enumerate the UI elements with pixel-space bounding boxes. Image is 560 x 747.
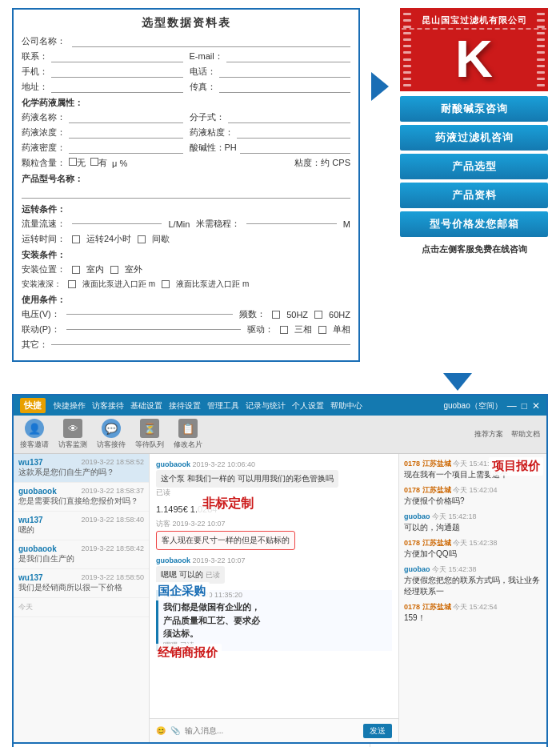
arrow-right-container [370, 72, 390, 101]
sub-icon-right: 推荐方案 帮助文档 [474, 429, 540, 440]
contact-email-row: 联系： E-mail： [22, 50, 350, 62]
phone-label: 手机： [22, 66, 48, 78]
menu-btn-0[interactable]: 耐酸碱泵咨询 [400, 96, 548, 122]
menu-btn-4[interactable]: 型号价格发您邮箱 [400, 211, 548, 237]
install-label: 安装位置： [22, 263, 66, 275]
particle-row: 颗粒含量： 无 有 μ % 粘度：约 CPS [22, 157, 350, 169]
send-button[interactable]: 发送 [363, 724, 392, 738]
power-field [66, 329, 241, 330]
freq-60: 60HZ [329, 310, 350, 319]
minimize-icon[interactable]: — [507, 400, 517, 412]
chat-right-panel: 0178 江苏盐城 今天 15:41:57 现在我有一个项目上需要这个 0178… [398, 454, 546, 742]
chat-list-item-3[interactable]: guobaook 2019-3-22 18:58:42 是我们自生产的 [14, 540, 149, 569]
sub-icon-monitor[interactable]: 👁 访客监测 [58, 419, 87, 450]
inlet-label: 液面比泵进入口距 m [82, 279, 155, 290]
conv-name-2: wu137 [18, 516, 43, 524]
email-field [226, 50, 350, 62]
conv-time-2: 2019-3-22 18:58:40 [81, 516, 144, 524]
conv-msg-3: 是我们自生产的 [18, 553, 144, 564]
arrow-down-icon-1 [443, 373, 472, 391]
file-label: 帮助文档 [511, 429, 540, 440]
model-section-title: 产品型号名称： [22, 173, 350, 185]
rm5-id: 0178 [404, 603, 420, 611]
arrow-right-icon [371, 72, 389, 101]
form-title: 选型数据资料表 [22, 16, 350, 30]
chat-list-item-2[interactable]: wu137 2019-3-22 18:58:40 嗯的 [14, 512, 149, 540]
molecule-field [228, 111, 351, 123]
contact-field [51, 50, 183, 62]
menu-btn-1[interactable]: 药液过滤机咨询 [400, 125, 548, 151]
rm3-msg: 方便加个QQ吗 [404, 548, 542, 560]
rm4-msg: 方便假您把您的联系方式吗，我让业务经理联系一 [404, 575, 542, 597]
chat-body: wu137 2019-3-22 18:58:52 这款系是您们自生产的吗？ gu… [14, 454, 546, 742]
cb-have-label: 有 [98, 158, 107, 167]
rm2-time: 今天 15:42:18 [432, 512, 477, 520]
continuous-label: 运转24小时 [86, 233, 131, 245]
menu-item-3[interactable]: 接待设置 [169, 400, 201, 412]
cb-three [280, 326, 288, 334]
menu-btn-3[interactable]: 产品资料 [400, 183, 548, 208]
voltage-field [66, 314, 234, 315]
contact-label: 联系： [22, 50, 48, 62]
chat-list-item-1[interactable]: guobaook 2019-3-22 18:58:37 您是需要我们直接给您报价… [14, 483, 149, 512]
range-unit: M [343, 219, 350, 229]
menu-item-7[interactable]: 帮助中心 [330, 400, 362, 412]
sub-icon-invite[interactable]: 👤 接客邀请 [20, 419, 49, 450]
right-msg-2: guobao 今天 15:42:18 可以的，沟通题 [404, 512, 542, 533]
menu-item-6[interactable]: 个人设置 [292, 400, 324, 412]
menu-btn-2[interactable]: 产品选型 [400, 154, 548, 179]
cb-outlet [162, 280, 170, 288]
install-section-title: 安装条件： [22, 249, 350, 261]
runtime-label: 运转时间： [22, 233, 66, 245]
right-msg-3: 0178 江苏盐城 今天 15:42:38 方便加个QQ吗 [404, 538, 542, 560]
msg-sender-0: guobaook [156, 460, 190, 468]
menu-item-2[interactable]: 基础设置 [130, 400, 162, 412]
sub-icon-card[interactable]: 📋 修改名片 [174, 419, 202, 450]
msg-bubble-hl: 客人现在要尺寸一样的但是不贴标的 [156, 531, 295, 550]
sub-icon-chat[interactable]: 💬 访客接待 [97, 419, 126, 450]
usage-section-title: 使用条件： [22, 294, 350, 306]
price-1: 1.1495€ [156, 504, 190, 514]
flow-label: 流量流速： [22, 218, 66, 230]
conc-label: 药液浓度： [22, 127, 66, 139]
tel-field [219, 66, 351, 78]
company-field [72, 35, 350, 47]
usage-row1: 电压(V)： 频数： 50HZ 60HZ [22, 308, 350, 320]
cb-60 [314, 311, 322, 319]
menu-item-4[interactable]: 管理工具 [207, 400, 239, 412]
sub-icon-queue[interactable]: ⏳ 等待队列 [135, 419, 164, 450]
menu-item-0[interactable]: 快捷操作 [54, 400, 86, 412]
rm0-id: 0178 [404, 460, 420, 468]
annotation-project-quote: 项目报价 [489, 457, 543, 476]
range-field [246, 223, 336, 224]
outdoor-label: 室外 [125, 263, 142, 275]
conv-time-3: 2019-3-22 18:58:42 [81, 544, 144, 553]
three-phase-label: 三相 [294, 323, 312, 335]
chat-input-field[interactable] [185, 726, 358, 735]
menu-item-1[interactable]: 访客接待 [92, 400, 124, 412]
chat-logo: 快捷 [20, 398, 46, 413]
rm2-id: guobao [404, 512, 430, 520]
cb-continuous [72, 235, 80, 243]
msg-header-hl: 访客 2019-3-22 10:07 [156, 519, 392, 529]
right-panel: 昆山国宝过滤机有限公司 K 耐酸碱泵咨询 药液过滤机咨询 产品选型 产品资料 型… [400, 8, 548, 255]
single-phase-label: 单相 [333, 323, 350, 335]
op-row1: 流量流速： L/Min 米需稳程： M [22, 218, 350, 230]
maximize-icon[interactable]: □ [522, 400, 527, 412]
conc-field [69, 127, 183, 139]
rm2-msg: 可以的，沟通题 [404, 522, 542, 533]
chat-list: wu137 2019-3-22 18:58:52 这款系是您们自生产的吗？ gu… [14, 454, 150, 742]
msg-bubble-reply: 嗯嗯 可以的 已读 [156, 566, 225, 584]
chat-list-item-4[interactable]: wu137 2019-3-22 18:58:50 我们是经销商所以很一下价格 [14, 569, 149, 598]
ph-label: 酸碱性：PH [190, 142, 237, 154]
outlet-label: 液面比泵进入口距 m [176, 279, 249, 290]
visc-field [237, 127, 351, 139]
msg-bubble-0: 这个泵 和我们一样的 可以用用我们的彩色管换吗 [156, 470, 338, 488]
chat-list-item-0[interactable]: wu137 2019-3-22 18:58:52 这款系是您们自生产的吗？ [14, 454, 149, 483]
menu-item-5[interactable]: 记录与统计 [246, 400, 286, 412]
model-field-row [22, 187, 350, 199]
top-section: 选型数据资料表 公司名称： 联系： E-mail： 手机： 电话： [0, 0, 560, 370]
close-icon[interactable]: ✕ [532, 400, 540, 412]
address-label: 地址： [22, 81, 48, 93]
molecule-label: 分子式： [190, 111, 225, 123]
